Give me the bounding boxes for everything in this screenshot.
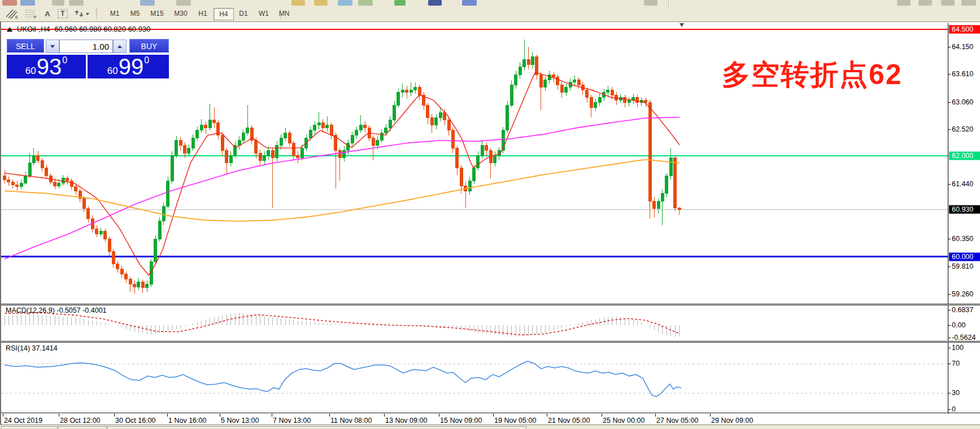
- time-tick: [329, 414, 330, 417]
- chart-annotation-text: 多空转折点62: [722, 56, 903, 94]
- axis-tick: [948, 266, 951, 267]
- cycle-lines-icon[interactable]: [72, 7, 92, 20]
- sell-price-int: 60: [25, 66, 36, 76]
- chart-title: UKOil-,H4 60.960 60.980 60.820 60.930: [7, 25, 150, 33]
- price-level-badge: 64.500: [949, 25, 980, 33]
- status-cell: [58, 426, 107, 429]
- toolbar-top-cropped: [0, 0, 980, 7]
- toolbar-icon-cropped[interactable]: [176, 0, 191, 6]
- time-tick: [602, 414, 602, 417]
- ma-slow: [5, 160, 680, 221]
- axis-tick-label: 30: [952, 389, 960, 397]
- time-tick: [167, 414, 168, 417]
- axis-tick: [948, 409, 951, 410]
- toolbar-icon-cropped[interactable]: [961, 0, 976, 6]
- buy-price-display[interactable]: 60 99 0: [88, 55, 169, 78]
- timeframe-button-m1[interactable]: M1: [105, 8, 124, 19]
- time-tick: [547, 414, 547, 417]
- timeframe-button-mn[interactable]: MN: [275, 8, 294, 19]
- buy-price-frac: 0: [144, 56, 149, 65]
- toolbar-icon-cropped[interactable]: [897, 0, 911, 6]
- volume-down-button[interactable]: [46, 40, 59, 53]
- symbol-period-label: UKOil-,H4: [17, 25, 50, 33]
- price-level-badge: 60.930: [949, 205, 980, 214]
- macd-indicator-label: MACD(12,26,9) -0.5057 -0.4001: [6, 307, 107, 314]
- toolbar-icon-cropped[interactable]: [314, 0, 328, 6]
- svg-text:F: F: [34, 15, 37, 19]
- time-tick-label: 15 Nov 09:00: [440, 417, 482, 424]
- panel-divider[interactable]: [1, 304, 980, 305]
- toolbar-grip[interactable]: [96, 8, 99, 19]
- toolbar-icon-cropped[interactable]: [644, 0, 657, 6]
- axis-tick-label: 62.520: [952, 125, 973, 133]
- equidistant-channel-icon[interactable]: E: [3, 7, 20, 20]
- status-cell: [107, 426, 526, 429]
- toolbar-icon-cropped[interactable]: [394, 0, 406, 6]
- axis-tick-label: 70: [952, 360, 960, 367]
- timeframe-button-m15[interactable]: M15: [146, 8, 168, 19]
- arrow-down-icon: [50, 45, 55, 48]
- volume-up-button[interactable]: [113, 40, 127, 53]
- axis-tick: [948, 294, 951, 295]
- collapse-icon[interactable]: [7, 27, 12, 32]
- timeframe-button-w1[interactable]: W1: [254, 8, 273, 19]
- time-tick-label: 30 Oct 16:00: [115, 417, 156, 424]
- ma-fast: [5, 72, 680, 275]
- sell-price-display[interactable]: 60 93 0: [7, 55, 86, 78]
- volume-input[interactable]: [59, 40, 113, 53]
- time-tick-label: 29 Nov 09:00: [711, 417, 753, 424]
- fibonacci-grid-icon[interactable]: F: [23, 7, 40, 20]
- axis-tick: [948, 325, 951, 326]
- axis-tick: [948, 47, 951, 47]
- timeframe-button-m5[interactable]: M5: [125, 8, 145, 19]
- time-tick: [59, 414, 59, 417]
- panel-divider[interactable]: [1, 341, 980, 343]
- toolbar-icon-cropped[interactable]: [20, 0, 35, 6]
- toolbar-icon-cropped[interactable]: [69, 0, 84, 6]
- toolbar-icon-cropped[interactable]: [358, 0, 373, 6]
- axis-tick: [948, 348, 951, 348]
- status-cell: [1, 426, 58, 429]
- axis-tick-label: 0: [952, 405, 956, 413]
- text-tool-icon[interactable]: A: [41, 7, 54, 20]
- price-level-badge: 62.000: [949, 151, 980, 160]
- time-tick: [272, 414, 272, 417]
- time-tick-label: 19 Nov 05:00: [494, 417, 536, 424]
- time-tick-label: 13 Nov 09:00: [385, 417, 427, 424]
- price-axis-line: [948, 23, 948, 414]
- axis-tick: [948, 102, 951, 103]
- axis-tick: [948, 338, 951, 338]
- toolbar-icon-cropped[interactable]: [462, 0, 477, 6]
- bottom-bar-cropped: [0, 424, 980, 429]
- axis-tick: [948, 184, 951, 185]
- sell-price-frac: 0: [62, 56, 67, 65]
- toolbar-icon-cropped[interactable]: [291, 0, 305, 6]
- toolbar-icon-cropped[interactable]: [428, 0, 442, 6]
- axis-tick: [948, 239, 951, 239]
- axis-tick: [948, 129, 951, 130]
- timeframe-button-d1[interactable]: D1: [234, 8, 253, 19]
- axis-tick-label: 59.810: [952, 262, 973, 270]
- time-tick-label: 28 Oct 12:00: [60, 417, 101, 424]
- axis-tick-label: 60.350: [952, 235, 973, 243]
- axis-tick-label: 59.260: [952, 290, 973, 298]
- time-tick-label: 27 Nov 05:00: [656, 417, 698, 424]
- timeframe-button-m30[interactable]: M30: [169, 8, 192, 19]
- time-tick-label: 5 Nov 13:00: [221, 417, 259, 424]
- toolbar-icon-cropped[interactable]: [941, 0, 955, 6]
- text-label-tool-icon[interactable]: T: [55, 7, 70, 20]
- sell-button[interactable]: SELL: [7, 39, 44, 54]
- timeframe-button-h4[interactable]: H4: [214, 8, 234, 20]
- axis-tick-label: 63.610: [952, 70, 973, 78]
- toolbar-icon-cropped[interactable]: [52, 0, 64, 6]
- toolbar-icon-cropped[interactable]: [918, 0, 932, 6]
- arrow-up-icon: [117, 45, 122, 48]
- toolbar-icon-cropped[interactable]: [2, 0, 17, 6]
- toolbar-icon-cropped[interactable]: [140, 0, 155, 6]
- time-tick: [439, 414, 439, 417]
- axis-tick: [948, 74, 951, 75]
- timeframe-button-h1[interactable]: H1: [193, 8, 212, 19]
- buy-button[interactable]: BUY: [129, 39, 169, 54]
- axis-tick: [948, 393, 951, 393]
- toolbar-icon-cropped[interactable]: [338, 0, 352, 6]
